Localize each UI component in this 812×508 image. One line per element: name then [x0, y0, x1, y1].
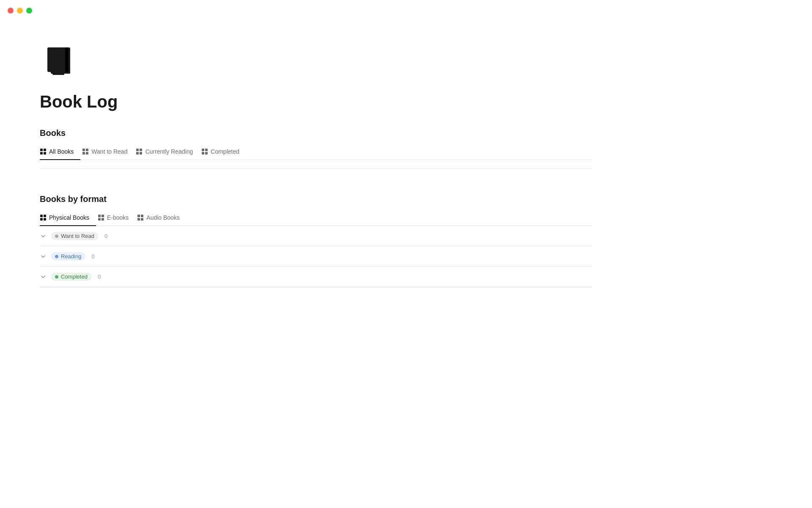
tab-ebooks-label: E-books — [107, 214, 129, 221]
page-title: Book Log — [40, 92, 592, 111]
svg-rect-31 — [137, 218, 140, 221]
books-section-heading: Books — [40, 128, 592, 138]
format-section: Books by format Physical Books — [40, 194, 592, 287]
svg-rect-32 — [141, 218, 143, 221]
svg-rect-3 — [65, 47, 69, 72]
grid-icon — [40, 148, 47, 155]
grid-icon — [82, 148, 89, 155]
tab-currently-reading[interactable]: Currently Reading — [134, 145, 200, 160]
reading-count: 0 — [91, 253, 94, 260]
main-content: Book Log Books All Books — [0, 0, 592, 313]
svg-rect-22 — [44, 215, 46, 217]
svg-rect-15 — [136, 152, 139, 155]
svg-rect-10 — [86, 149, 88, 151]
chevron-icon — [40, 253, 47, 260]
svg-rect-14 — [140, 149, 142, 151]
svg-rect-13 — [136, 149, 139, 151]
completed-badge: Completed — [51, 273, 92, 281]
svg-rect-17 — [202, 149, 204, 151]
tab-physical-books-label: Physical Books — [49, 214, 89, 221]
svg-rect-21 — [40, 215, 43, 217]
svg-rect-25 — [98, 215, 101, 217]
reading-badge: Reading — [51, 252, 85, 260]
chevron-icon — [40, 233, 47, 240]
grid-icon — [136, 148, 143, 155]
svg-rect-5 — [40, 149, 43, 151]
svg-rect-9 — [82, 149, 85, 151]
svg-rect-18 — [205, 149, 208, 151]
maximize-button[interactable] — [26, 8, 32, 14]
minimize-button[interactable] — [17, 8, 23, 14]
tab-want-to-read[interactable]: Want to Read — [80, 145, 134, 160]
group-want-to-read[interactable]: Want to Read 0 — [40, 226, 592, 246]
books-tabs: All Books Want to Read Current — [40, 145, 592, 160]
format-section-divider — [40, 287, 592, 287]
grid-icon — [98, 214, 104, 221]
tab-completed-label: Completed — [211, 148, 239, 155]
grid-icon — [40, 214, 47, 221]
svg-rect-7 — [40, 152, 43, 155]
want-to-read-count: 0 — [104, 233, 107, 239]
svg-rect-23 — [40, 218, 43, 221]
svg-rect-6 — [44, 149, 46, 151]
want-to-read-label: Want to Read — [61, 233, 94, 239]
books-section-divider — [40, 168, 592, 169]
format-groups: Want to Read 0 Reading 0 — [40, 226, 592, 287]
tab-want-to-read-label: Want to Read — [91, 148, 127, 155]
format-section-heading: Books by format — [40, 194, 592, 204]
completed-count: 0 — [98, 273, 101, 280]
grid-icon — [201, 148, 208, 155]
svg-rect-16 — [140, 152, 142, 155]
completed-label: Completed — [61, 273, 88, 280]
want-to-read-dot — [55, 235, 58, 238]
page-icon — [40, 42, 592, 82]
tab-all-books-label: All Books — [49, 148, 74, 155]
reading-dot — [55, 255, 58, 258]
svg-rect-19 — [202, 152, 204, 155]
completed-dot — [55, 275, 58, 279]
svg-rect-4 — [52, 73, 64, 75]
svg-rect-26 — [102, 215, 104, 217]
chevron-icon — [40, 273, 47, 280]
svg-rect-30 — [141, 215, 143, 217]
tab-currently-reading-label: Currently Reading — [145, 148, 193, 155]
tab-all-books[interactable]: All Books — [40, 145, 80, 160]
svg-rect-20 — [205, 152, 208, 155]
books-section: Books All Books Want to Re — [40, 128, 592, 169]
want-to-read-badge: Want to Read — [51, 232, 99, 240]
tab-completed[interactable]: Completed — [200, 145, 246, 160]
svg-rect-29 — [137, 215, 140, 217]
reading-label: Reading — [61, 253, 81, 260]
tab-audio-books[interactable]: Audio Books — [135, 211, 187, 226]
svg-rect-8 — [44, 152, 46, 155]
svg-rect-24 — [44, 218, 46, 221]
traffic-lights — [8, 8, 32, 14]
tab-audio-books-label: Audio Books — [146, 214, 180, 221]
group-completed[interactable]: Completed 0 — [40, 267, 592, 287]
svg-rect-11 — [82, 152, 85, 155]
svg-rect-27 — [98, 218, 101, 221]
group-reading[interactable]: Reading 0 — [40, 246, 592, 267]
svg-rect-12 — [86, 152, 88, 155]
grid-icon — [137, 214, 144, 221]
tab-physical-books[interactable]: Physical Books — [40, 211, 96, 226]
svg-rect-28 — [102, 218, 104, 221]
format-tabs: Physical Books E-books Audio B — [40, 211, 592, 226]
tab-ebooks[interactable]: E-books — [96, 211, 135, 226]
close-button[interactable] — [8, 8, 14, 14]
